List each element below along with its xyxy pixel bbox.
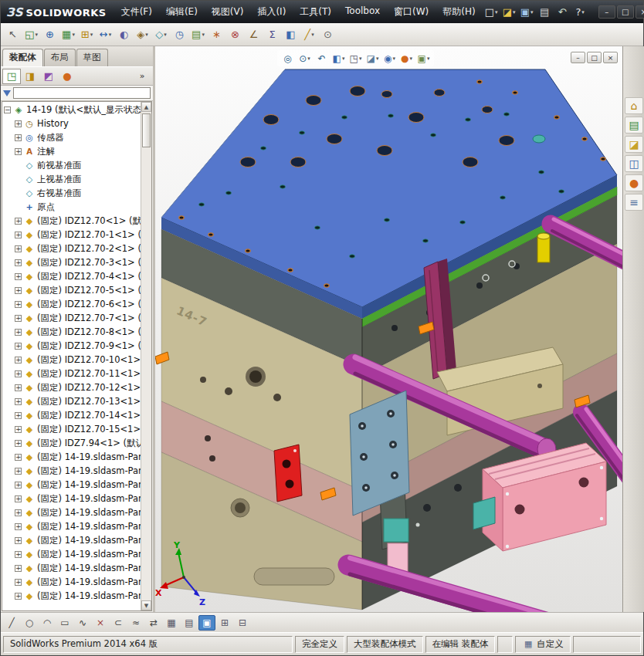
expand-toggle[interactable]	[15, 551, 22, 558]
tree-item[interactable]: (固定) IDZ12.70-10<1> (	[2, 353, 141, 367]
offset-entities-icon[interactable]	[127, 615, 144, 631]
guide-rod-bottom[interactable]	[348, 558, 622, 612]
solidworks-resources-icon[interactable]	[625, 97, 643, 114]
expand-toggle[interactable]	[15, 440, 22, 447]
view-palette-icon[interactable]	[625, 155, 643, 172]
grid-snap-icon[interactable]	[163, 615, 180, 631]
minimize-document-button[interactable]: –	[571, 52, 585, 63]
tree-item[interactable]: (固定) 14-19.sldasm-Par	[2, 589, 141, 603]
tree-item[interactable]: (固定) 14-19.sldasm-Par	[2, 547, 141, 561]
tree-item[interactable]: History	[2, 117, 141, 130]
tree-item[interactable]: (固定) IDZ12.70<1> (默认	[2, 214, 141, 228]
expand-toggle[interactable]	[15, 357, 22, 364]
design-library-icon[interactable]	[625, 117, 643, 134]
tree-item[interactable]: 原点	[2, 200, 141, 214]
overflow-chevron-icon[interactable]	[133, 69, 151, 84]
convert-entities-icon[interactable]	[110, 615, 127, 631]
expand-toggle[interactable]	[15, 343, 22, 350]
section-view-icon[interactable]	[330, 51, 347, 66]
exploded-view-icon[interactable]	[208, 26, 225, 43]
menu-item[interactable]: 视图(V)	[205, 1, 251, 23]
expand-toggle[interactable]	[15, 468, 22, 475]
tree-filter-input[interactable]	[13, 87, 151, 99]
teal-block[interactable]	[384, 519, 408, 542]
scroll-thumb[interactable]	[142, 113, 151, 147]
options-icon[interactable]	[319, 26, 337, 43]
maximize-button[interactable]: □	[617, 5, 634, 19]
expand-toggle[interactable]	[15, 426, 22, 433]
save-icon[interactable]	[518, 4, 536, 21]
tree-item[interactable]: (固定) 14-19.sldasm-Par	[2, 533, 141, 547]
apply-scene-icon[interactable]	[415, 51, 432, 66]
restore-document-button[interactable]: □	[587, 52, 602, 63]
table-icon[interactable]	[216, 615, 233, 631]
bill-of-materials-icon[interactable]	[189, 26, 207, 43]
close-document-button[interactable]: ×	[603, 52, 618, 63]
expand-toggle[interactable]	[15, 329, 22, 336]
expand-toggle[interactable]	[15, 232, 22, 238]
tree-item[interactable]: (固定) IDZ12.70-7<1> (默	[2, 311, 141, 325]
tree-item[interactable]: (固定) IDZ12.70-15<1> (	[2, 422, 141, 436]
display-grid-icon[interactable]	[181, 615, 198, 631]
tree-item[interactable]: 传感器	[2, 130, 141, 144]
configurationmanager-icon[interactable]	[39, 69, 58, 84]
move-component-icon[interactable]	[97, 26, 114, 43]
expand-toggle[interactable]	[15, 523, 22, 530]
expand-toggle[interactable]	[15, 509, 22, 516]
linear-component-pattern-icon[interactable]	[59, 26, 77, 43]
measure-icon[interactable]	[245, 26, 263, 43]
help-icon[interactable]	[571, 4, 589, 21]
tree-root-item[interactable]: 14-19 (默认<默认_显示状态	[2, 103, 141, 117]
select-arrow-icon[interactable]	[4, 26, 22, 43]
zoom-area-icon[interactable]	[297, 51, 313, 66]
expand-toggle[interactable]	[15, 593, 22, 600]
display-style-icon[interactable]	[364, 51, 381, 66]
expand-toggle[interactable]	[15, 537, 22, 544]
command-tab[interactable]: 装配体	[2, 49, 43, 66]
view-orientation-icon[interactable]	[347, 51, 364, 66]
edit-appearance-icon[interactable]	[398, 51, 415, 66]
customize-status[interactable]: 自定义	[515, 636, 571, 653]
reference-geometry-icon[interactable]	[152, 26, 170, 43]
menu-item[interactable]: 窗口(W)	[387, 1, 436, 23]
new-motion-study-icon[interactable]	[171, 26, 188, 43]
command-tab[interactable]: 布局	[44, 49, 76, 66]
mirror-entities-icon[interactable]	[145, 615, 162, 631]
expand-toggle[interactable]	[15, 245, 22, 252]
expand-toggle[interactable]	[15, 565, 22, 572]
expand-toggle[interactable]	[15, 412, 22, 419]
new-document-icon[interactable]	[483, 4, 500, 21]
tree-item[interactable]: (固定) 14-19.sldasm-Par	[2, 464, 141, 478]
assembly-features-icon[interactable]	[134, 26, 151, 43]
open-document-icon[interactable]	[500, 4, 518, 21]
tree-item[interactable]: (固定) 14-19.sldasm-Par	[2, 561, 141, 575]
displaymanager-icon[interactable]	[58, 69, 76, 84]
mate-icon[interactable]	[41, 26, 59, 43]
tree-item[interactable]: (固定) 14-19.sldasm-Par	[2, 478, 141, 492]
sketch-rectangle-icon[interactable]	[56, 615, 73, 631]
red-bracket[interactable]	[274, 445, 302, 502]
trim-entities-icon[interactable]	[92, 615, 109, 631]
tree-item[interactable]: (固定) IDZ12.70-1<1> (默	[2, 228, 141, 242]
expand-toggle[interactable]	[15, 259, 22, 266]
menu-item[interactable]: 文件(F)	[114, 1, 159, 23]
sketch-line-icon[interactable]	[3, 615, 20, 631]
menu-item[interactable]: 工具(T)	[293, 1, 338, 23]
tree-item[interactable]: 右视基准面	[2, 186, 141, 200]
show-hidden-components-icon[interactable]	[115, 26, 133, 43]
tree-item[interactable]: (固定) 14-19.sldasm-Par	[2, 492, 141, 506]
appearances-icon[interactable]	[625, 174, 643, 191]
tree-item[interactable]: (固定) 14-19.sldasm-Par	[2, 450, 141, 464]
mass-properties-icon[interactable]	[263, 26, 281, 43]
insert-components-icon[interactable]	[22, 26, 40, 43]
expand-toggle[interactable]	[15, 482, 22, 489]
menu-item[interactable]: Toolbox	[338, 1, 387, 23]
tree-scrollbar[interactable]: ▲ ▼	[141, 102, 151, 610]
tree-item[interactable]: (固定) IDZ12.70-11<1> (	[2, 367, 141, 380]
tree-item[interactable]: (固定) IDZ12.70-12<1> (	[2, 380, 141, 394]
tree-item[interactable]: (固定) IDZ12.70-13<1> (	[2, 394, 141, 408]
tree-item[interactable]: 上视基准面	[2, 172, 141, 186]
menu-item[interactable]: 编辑(E)	[159, 1, 205, 23]
expand-toggle[interactable]	[15, 287, 22, 294]
scroll-down-icon[interactable]: ▼	[141, 600, 151, 610]
